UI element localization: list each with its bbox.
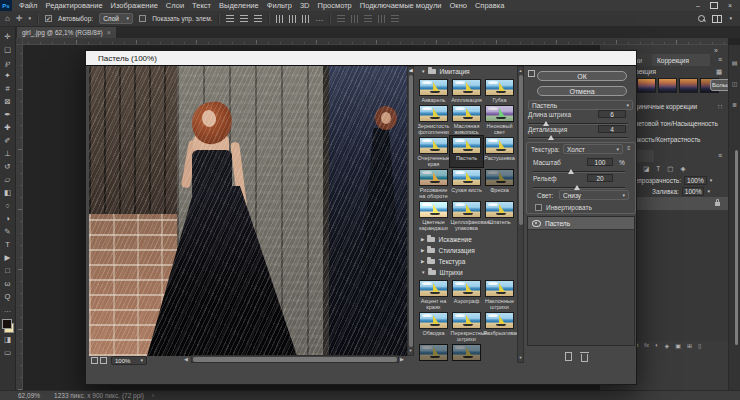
menu-item-1[interactable]: Редактирование: [41, 1, 106, 10]
invert-checkbox[interactable]: [535, 204, 542, 211]
panel-icon-2[interactable]: ◫: [729, 80, 740, 87]
panel-menu-icon[interactable]: ≡: [718, 56, 722, 63]
tool-healing-brush-icon[interactable]: ✚: [0, 121, 16, 134]
delete-layer-icon[interactable]: ▯: [698, 342, 701, 349]
dock-scrollbar[interactable]: [735, 150, 738, 345]
filter-item[interactable]: Темные штрихи: [450, 343, 483, 363]
preview-vertical-scrollbar[interactable]: ▲ ▼: [407, 66, 414, 356]
adjustment-item-hue-saturation[interactable]: Цветовой тон/Насыщенность: [630, 120, 718, 127]
cancel-button[interactable]: Отмена: [537, 86, 627, 96]
filter-item[interactable]: Неоновый свет: [483, 104, 516, 135]
collapse-panels-icon[interactable]: »: [714, 47, 718, 54]
new-effect-layer-icon[interactable]: [565, 352, 572, 361]
image-filter-icon[interactable]: ◪: [643, 165, 649, 173]
align-center-icon[interactable]: [240, 15, 248, 22]
status-zoom-level[interactable]: 62,09%: [18, 392, 40, 399]
zoom-out-button[interactable]: [91, 357, 98, 364]
new-layer-icon[interactable]: ⊞: [687, 342, 692, 349]
tool-zoom-icon[interactable]: Q: [0, 290, 16, 303]
menu-item-9[interactable]: Подключаемые модули: [356, 1, 446, 10]
fill-value[interactable]: 100%: [682, 187, 705, 196]
texture-options-icon[interactable]: ≡: [627, 145, 631, 151]
tool-gradient-icon[interactable]: ◧: [0, 186, 16, 199]
scrollbar-thumb[interactable]: [519, 75, 523, 225]
filter-item[interactable]: Очерченные края: [417, 136, 450, 167]
tool-crop-icon[interactable]: #: [0, 82, 16, 95]
adjustment-preset-thumbnail[interactable]: [658, 78, 677, 93]
panel-icon-1[interactable]: ▤: [729, 59, 740, 66]
filter-item[interactable]: Аэрограф: [450, 279, 483, 310]
filter-item[interactable]: Акварель: [417, 78, 450, 103]
tool-hand-icon[interactable]: ω: [0, 277, 16, 290]
tool-eyedropper-icon[interactable]: ✒: [0, 108, 16, 121]
tool-quick-selection-icon[interactable]: ✦: [0, 69, 16, 82]
align-left-icon[interactable]: [226, 15, 234, 22]
tool-move-icon[interactable]: ✛: [0, 30, 16, 43]
menu-item-7[interactable]: 3D: [296, 1, 314, 10]
menu-item-11[interactable]: Справка: [471, 1, 508, 10]
effect-stack-row[interactable]: Пастель: [528, 217, 634, 230]
paths-panel-menu-icon[interactable]: ≡: [718, 152, 722, 159]
menu-item-8[interactable]: Просмотр: [314, 1, 356, 10]
scroll-right-icon[interactable]: ▶: [400, 356, 404, 362]
layer-group-icon[interactable]: ▣: [675, 342, 681, 349]
tool-dodge-icon[interactable]: ◑: [0, 212, 16, 225]
thumbnails-scrollbar[interactable]: ▲ ▼: [517, 66, 524, 363]
ok-button[interactable]: ОК: [537, 71, 627, 81]
filter-item[interactable]: Шпатель: [483, 200, 516, 231]
zoom-in-button[interactable]: [100, 357, 107, 364]
filter-category-header[interactable]: ▶Стилизация: [414, 245, 517, 256]
more-options-icon[interactable]: …: [315, 15, 323, 23]
scroll-down-icon[interactable]: ▼: [518, 355, 523, 361]
tool-frame-icon[interactable]: ⊠: [0, 95, 16, 108]
type-filter-icon[interactable]: T: [656, 165, 660, 173]
filter-item[interactable]: Масляная живопись: [450, 104, 483, 135]
filter-item[interactable]: Наклонные штрихи: [483, 279, 516, 310]
tool-path-select-icon[interactable]: ▶: [0, 251, 16, 264]
delete-effect-layer-icon[interactable]: [581, 354, 588, 362]
detail-slider[interactable]: [528, 134, 628, 141]
tool-blur-icon[interactable]: ○: [0, 199, 16, 212]
opacity-value[interactable]: 100%: [684, 176, 707, 185]
panel-icon-3[interactable]: ≣: [729, 101, 740, 108]
filter-item[interactable]: Разбрызгивание: [483, 311, 516, 342]
collapse-thumbnails-icon[interactable]: ◀: [409, 67, 413, 73]
filter-item[interactable]: Сухая кисть: [450, 168, 483, 199]
foreground-color-swatch[interactable]: [2, 319, 12, 329]
tool-more-icon[interactable]: …: [0, 303, 16, 316]
tool-brush-icon[interactable]: ✐: [0, 134, 16, 147]
menu-item-10[interactable]: Окно: [446, 1, 471, 10]
tool-marquee-icon[interactable]: ▢: [0, 43, 16, 56]
toggle-thumbnails-button[interactable]: [528, 70, 535, 77]
home-icon[interactable]: ⌂: [5, 15, 10, 23]
stroke-length-value[interactable]: 6: [598, 110, 626, 118]
tool-preset-caret-icon[interactable]: ▾: [29, 16, 32, 21]
filter-item[interactable]: Суми-э: [417, 343, 450, 363]
filter-item[interactable]: Растушевка: [483, 136, 516, 167]
texture-select[interactable]: Холст▾: [563, 144, 623, 154]
tool-lasso-icon[interactable]: ℘: [0, 56, 16, 69]
scroll-left-icon[interactable]: ◀: [184, 356, 188, 362]
autoselect-checkbox[interactable]: [45, 15, 52, 22]
tool-clone-stamp-icon[interactable]: ⊥: [0, 147, 16, 160]
relief-value[interactable]: 20: [587, 174, 613, 182]
color-swatches[interactable]: [2, 319, 14, 333]
menu-item-0[interactable]: Файл: [15, 1, 41, 10]
scrollbar-thumb[interactable]: [193, 357, 397, 362]
shape-filter-icon[interactable]: ▢: [667, 165, 673, 173]
autoselect-target-select[interactable]: Слой▾: [99, 13, 133, 24]
show-transform-controls-checkbox[interactable]: [139, 15, 146, 22]
tool-shape-icon[interactable]: □: [0, 264, 16, 277]
menu-item-2[interactable]: Изображение: [107, 1, 162, 10]
adjustment-preset-thumbnail[interactable]: [679, 78, 698, 93]
filter-item[interactable]: Фреска: [483, 168, 516, 199]
filter-category-header[interactable]: ▶Искажение: [414, 234, 517, 245]
tool-eraser-icon[interactable]: ▱: [0, 173, 16, 186]
filter-item[interactable]: Обводка: [417, 311, 450, 342]
move-tool-icon[interactable]: ✛: [16, 15, 23, 23]
filter-category-header[interactable]: ▼Имитация: [414, 66, 517, 77]
preview-zoom-select[interactable]: 100%▾: [111, 356, 147, 365]
preview-horizontal-scrollbar[interactable]: [191, 355, 399, 363]
filter-item[interactable]: Акцент на краях: [417, 279, 450, 310]
presets-grid-icon[interactable]: ▦: [716, 68, 722, 76]
